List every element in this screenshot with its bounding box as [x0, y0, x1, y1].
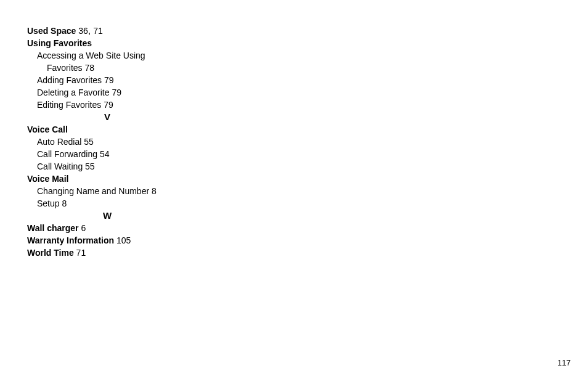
term-used-space: Used Space [27, 26, 76, 36]
sub-deleting-pg: 79 [112, 88, 121, 97]
sub-auto-redial-text: Auto Redial [37, 137, 81, 147]
section-letter-w: W [27, 210, 187, 222]
sub-editing: Editing Favorites 79 [27, 99, 200, 111]
term-wall-charger: Wall charger [27, 223, 79, 233]
term-warranty: Warranty Information [27, 235, 114, 245]
term-using-favorites: Using Favorites [27, 38, 92, 48]
sub-adding: Adding Favorites 79 [27, 74, 200, 86]
pages-used-space-a: 36 [78, 26, 88, 36]
sub-change-text: Changing Name and Number [37, 186, 149, 196]
pg-world-time: 71 [76, 248, 86, 258]
sub-auto-redial-pg: 55 [84, 137, 94, 147]
sub-adding-text: Adding Favorites [37, 75, 102, 85]
sub-access-l2: Favorites 78 [27, 62, 200, 74]
comma: , [88, 25, 91, 36]
entry-wall-charger: Wall charger 6 [27, 222, 200, 234]
sub-change-pg: 8 [152, 186, 157, 196]
pages-used-space-b: 71 [93, 26, 103, 36]
sub-call-fwd: Call Forwarding 54 [27, 148, 200, 160]
sub-deleting-text: Deleting a Favorite [37, 88, 110, 97]
entry-voice-call: Voice Call [27, 123, 200, 136]
term-voice-call: Voice Call [27, 125, 68, 134]
page: Used Space 36, 71 Using Favorites Access… [0, 0, 588, 392]
sub-setup-pg: 8 [62, 198, 67, 208]
sub-call-wait-text: Call Waiting [37, 161, 83, 171]
sub-change: Changing Name and Number 8 [27, 185, 200, 197]
pg-wall-charger: 6 [81, 223, 86, 233]
sub-editing-text: Editing Favorites [37, 100, 101, 110]
sub-access-pg: 78 [84, 63, 94, 73]
sub-deleting: Deleting a Favorite 79 [27, 86, 200, 99]
term-world-time: World Time [27, 248, 74, 258]
sub-call-wait-pg: 55 [85, 161, 95, 171]
entry-warranty: Warranty Information 105 [27, 234, 200, 247]
pg-warranty: 105 [116, 235, 131, 245]
sub-access-l2-text: Favorites [47, 63, 83, 73]
term-voice-mail: Voice Mail [27, 174, 68, 184]
sub-call-fwd-pg: 54 [100, 149, 110, 159]
entry-voice-mail: Voice Mail [27, 173, 200, 185]
sub-setup: Setup 8 [27, 197, 200, 210]
sub-setup-text: Setup [37, 198, 60, 208]
section-letter-v: V [27, 111, 187, 123]
entry-world-time: World Time 71 [27, 247, 200, 259]
entry-using-favorites: Using Favorites [27, 37, 200, 49]
index-column: Used Space 36, 71 Using Favorites Access… [27, 25, 200, 259]
page-number: 117 [557, 358, 571, 367]
sub-editing-pg: 79 [104, 100, 113, 110]
entry-used-space: Used Space 36, 71 [27, 25, 200, 37]
sub-access-l1: Accessing a Web Site Using [27, 49, 200, 62]
sub-auto-redial: Auto Redial 55 [27, 136, 200, 148]
sub-adding-pg: 79 [104, 75, 114, 85]
sub-call-fwd-text: Call Forwarding [37, 149, 97, 159]
sub-call-wait: Call Waiting 55 [27, 160, 200, 173]
